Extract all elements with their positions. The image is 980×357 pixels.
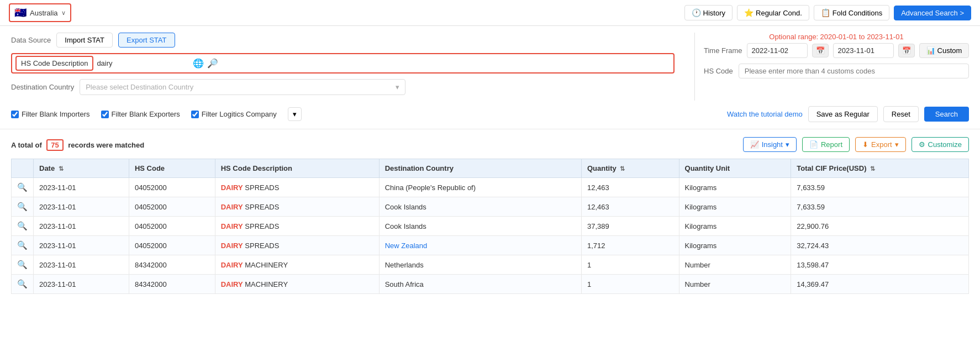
translate-icon[interactable]: 🌐 [193,58,204,69]
import-stat-button[interactable]: Import STAT [56,33,113,48]
cell-cif-price: 7,633.59 [791,197,969,217]
results-count: A total of 75 records were matched [11,140,144,150]
time-frame-label: Time Frame [704,46,742,55]
search-left: Data Source Import STAT Export STAT HS C… [11,33,686,101]
cell-cif-price: 13,598.47 [791,255,969,275]
export-button[interactable]: ⬇ Export ▾ [855,137,906,152]
cell-dest-country: Cook Islands [379,217,581,236]
cell-quantity: 1,712 [581,236,679,255]
cell-dest-country: Cook Islands [379,197,581,217]
reset-button[interactable]: Reset [883,106,919,122]
th-qty-unit: Quantity Unit [679,159,791,178]
dest-country-select[interactable]: Please select Destination Country ▾ [80,79,405,95]
cell-date: 2023-11-01 [34,275,129,294]
table-row: 🔍2023-11-0184342000DAIRY MACHINERYSouth … [12,275,969,294]
cell-cif-price: 7,633.59 [791,178,969,197]
fold-conditions-button[interactable]: 📋 Fold Conditions [814,5,889,20]
results-suffix: records were matched [68,141,144,149]
filter-blank-exporters[interactable]: Filter Blank Exporters [101,110,180,118]
row-search-icon[interactable]: 🔍 [12,275,34,294]
search-button[interactable]: Search [924,107,969,122]
filter-importers-checkbox[interactable] [11,111,19,118]
table-row: 🔍2023-11-0104052000DAIRY SPREADSNew Zeal… [12,236,969,255]
divider [694,33,695,101]
cell-qty-unit: Number [679,255,791,275]
cell-hs-desc: DAIRY SPREADS [215,178,379,197]
insight-button[interactable]: 📈 Insight ▾ [743,137,797,152]
results-count-value: 75 [46,139,63,151]
table-header-row: Date ⇅ HS Code HS Code Description Desti… [12,159,969,178]
cell-qty-unit: Number [679,275,791,294]
cell-qty-unit: Kilograms [679,178,791,197]
regular-cond-button[interactable]: ⭐ Regular Cond. [737,5,809,20]
search-area: Data Source Import STAT Export STAT HS C… [0,26,980,129]
dest-country-row: Destination Country Please select Destin… [11,79,675,95]
th-hs-desc: HS Code Description [215,159,379,178]
table-row: 🔍2023-11-0104052000DAIRY SPREADSCook Isl… [12,197,969,217]
filter-blank-importers[interactable]: Filter Blank Importers [11,110,90,118]
cell-date: 2023-11-01 [34,178,129,197]
cell-qty-unit: Kilograms [679,217,791,236]
history-button[interactable]: 🕐 History [684,5,733,20]
custom-button[interactable]: 📊 Custom [919,43,970,58]
filter-logitics-checkbox[interactable] [191,111,199,118]
img-search-icon[interactable]: 🔎 [207,58,218,69]
cell-hs-code: 04052000 [129,178,215,197]
hs-desc-input[interactable] [97,59,189,67]
cell-hs-desc: DAIRY SPREADS [215,236,379,255]
cell-hs-desc: DAIRY SPREADS [215,217,379,236]
export-stat-button[interactable]: Export STAT [118,33,175,48]
calendar-to-icon[interactable]: 📅 [898,44,915,57]
export-dropdown-icon: ▾ [895,140,899,149]
hs-input-wrap: HS Code Description 🌐 🔎 [11,53,675,74]
cell-hs-code: 04052000 [129,197,215,217]
results-area: A total of 75 records were matched 📈 Ins… [0,129,980,294]
report-icon: 📄 [809,140,818,149]
row-search-icon[interactable]: 🔍 [12,217,34,236]
table-row: 🔍2023-11-0104052000DAIRY SPREADSChina (P… [12,178,969,197]
filter-row-right: Watch the tutorial demo Save as Regular … [727,106,969,122]
history-icon: 🕐 [692,8,701,17]
cell-dest-country: South Africa [379,275,581,294]
star-icon: ⭐ [744,8,754,17]
th-action [12,159,34,178]
watch-tutorial-link[interactable]: Watch the tutorial demo [727,110,803,118]
th-dest-country: Destination Country [379,159,581,178]
filter-logitics-company[interactable]: Filter Logitics Company [191,110,277,118]
cell-dest-country[interactable]: New Zealand [379,236,581,255]
cell-qty-unit: Kilograms [679,197,791,217]
cell-quantity: 1 [581,275,679,294]
top-bar-right: 🕐 History ⭐ Regular Cond. 📋 Fold Conditi… [684,5,971,20]
filter-row: Filter Blank Importers Filter Blank Expo… [11,106,969,122]
dest-country-placeholder: Please select Destination Country [86,83,193,91]
search-area-top: Data Source Import STAT Export STAT HS C… [11,33,969,101]
date-to-input[interactable] [833,43,894,58]
th-hs-code: HS Code [129,159,215,178]
country-selector[interactable]: 🇦🇺 Australia ∨ [9,3,71,22]
top-bar: 🇦🇺 Australia ∨ 🕐 History ⭐ Regular Cond.… [0,0,980,26]
row-search-icon[interactable]: 🔍 [12,178,34,197]
row-search-icon[interactable]: 🔍 [12,255,34,275]
filter-exporters-checkbox[interactable] [101,111,109,118]
report-button[interactable]: 📄 Report [802,137,850,152]
chevron-down-icon: ∨ [61,9,66,17]
excel-icon: 📊 [926,46,935,55]
search-right: Optional range: 2020-01-01 to 2023-11-01… [704,33,969,101]
data-table: Date ⇅ HS Code HS Code Description Desti… [11,159,969,294]
date-from-input[interactable] [747,43,808,58]
hs-desc-row: HS Code Description 🌐 🔎 [11,53,675,74]
cell-hs-code: 84342000 [129,255,215,275]
row-search-icon[interactable]: 🔍 [12,236,34,255]
advanced-search-button[interactable]: Advanced Search > [894,6,971,20]
hs-code-input[interactable] [739,64,969,78]
flag-icon: 🇦🇺 [14,7,27,19]
country-name: Australia [30,9,58,17]
save-regular-button[interactable]: Save as Regular [808,106,878,122]
cell-quantity: 37,389 [581,217,679,236]
hs-desc-label: HS Code Description [15,56,93,71]
cell-hs-desc: DAIRY MACHINERY [215,255,379,275]
calendar-from-icon[interactable]: 📅 [812,44,829,57]
expand-filters-button[interactable]: ▾ [288,107,302,121]
row-search-icon[interactable]: 🔍 [12,197,34,217]
customize-button[interactable]: ⚙ Customize [911,137,969,152]
